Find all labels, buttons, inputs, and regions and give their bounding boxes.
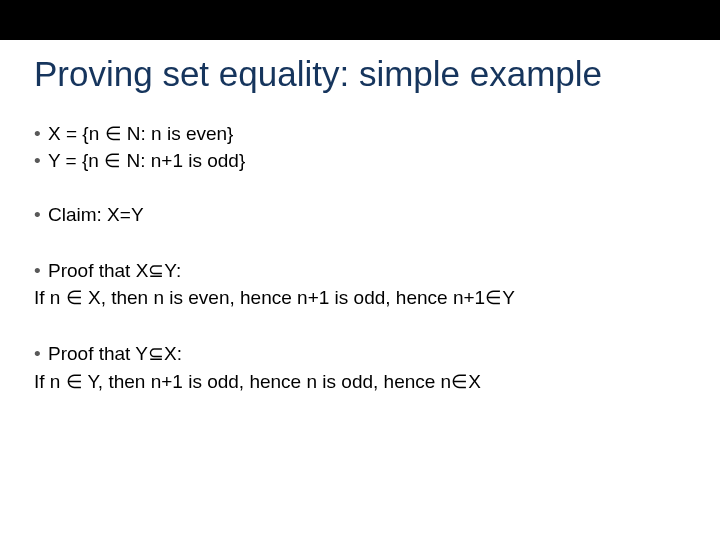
bullet-text: Proof that X⊆Y: — [48, 258, 686, 284]
proof-line: If n ∈ Y, then n+1 is odd, hence n is od… — [34, 369, 686, 395]
slide: Proving set equality: simple example • X… — [0, 0, 720, 540]
proof-line: If n ∈ X, then n is even, hence n+1 is o… — [34, 285, 686, 311]
claim-group: • Claim: X=Y — [34, 202, 686, 228]
proof-xy-group: • Proof that X⊆Y: If n ∈ X, then n is ev… — [34, 258, 686, 311]
bullet-icon: • — [34, 258, 48, 284]
bullet-icon: • — [34, 341, 48, 367]
bullet-icon: • — [34, 202, 48, 228]
bullet-text: Proof that Y⊆X: — [48, 341, 686, 367]
proof-yx-group: • Proof that Y⊆X: If n ∈ Y, then n+1 is … — [34, 341, 686, 394]
bullet-text: X = {n ∈ N: n is even} — [48, 121, 686, 147]
bullet-icon: • — [34, 148, 48, 174]
bullet-item: • Claim: X=Y — [34, 202, 686, 228]
slide-body: • X = {n ∈ N: n is even} • Y = {n ∈ N: n… — [34, 121, 686, 394]
bullet-text: Y = {n ∈ N: n+1 is odd} — [48, 148, 686, 174]
bullet-text: Claim: X=Y — [48, 202, 686, 228]
top-bar — [0, 0, 720, 40]
slide-title: Proving set equality: simple example — [34, 56, 720, 93]
bullet-item: • Proof that Y⊆X: — [34, 341, 686, 367]
bullet-item: • Proof that X⊆Y: — [34, 258, 686, 284]
bullet-item: • Y = {n ∈ N: n+1 is odd} — [34, 148, 686, 174]
definitions-group: • X = {n ∈ N: n is even} • Y = {n ∈ N: n… — [34, 121, 686, 174]
bullet-item: • X = {n ∈ N: n is even} — [34, 121, 686, 147]
bullet-icon: • — [34, 121, 48, 147]
